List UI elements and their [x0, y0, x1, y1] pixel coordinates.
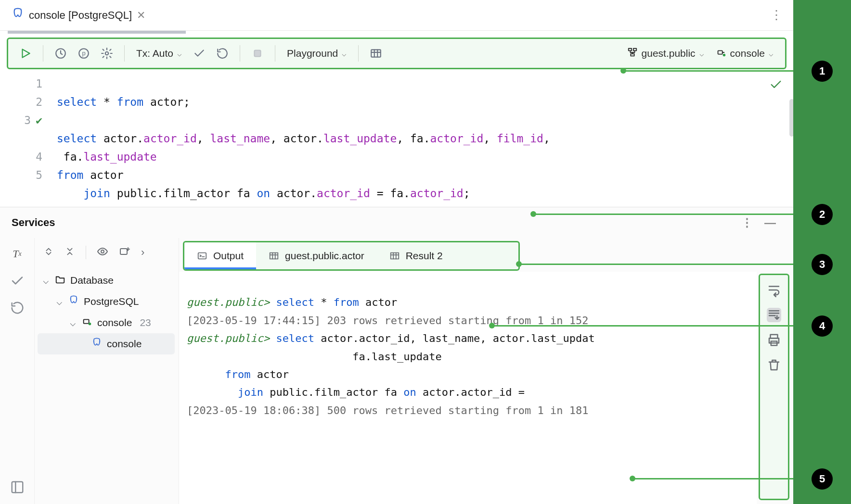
svg-point-11: [722, 53, 725, 56]
callout-rail: 1 2 3 4 5: [793, 0, 851, 504]
tab-label: Output: [213, 250, 244, 262]
services-panel: Services ⋮ — Tx ›: [0, 207, 793, 504]
chevron-down-icon: ⌵: [177, 49, 182, 58]
stop-icon[interactable]: [247, 43, 268, 64]
services-header: Services ⋮ —: [0, 207, 793, 238]
settings-icon[interactable]: [96, 43, 117, 64]
playground-label: Playground: [287, 48, 338, 59]
tab-label: guest.public.actor: [285, 250, 364, 262]
explain-plan-icon[interactable]: p: [73, 43, 94, 64]
svg-rect-15: [84, 319, 89, 323]
svg-rect-6: [372, 50, 381, 57]
check-icon: [769, 78, 783, 97]
editor-tab-title: console [PostgreSQL]: [29, 9, 132, 22]
svg-rect-10: [718, 50, 722, 54]
tree-count: 23: [140, 317, 151, 328]
editor-tab-console[interactable]: console [PostgreSQL] ✕: [6, 4, 151, 27]
editor-tabbar: console [PostgreSQL] ✕ ⋮: [0, 0, 793, 31]
postgres-icon: [91, 338, 102, 351]
expand-icon[interactable]: [43, 246, 54, 259]
callout-4: 4: [812, 315, 833, 337]
svg-marker-0: [23, 49, 30, 57]
postgres-icon: [68, 295, 79, 308]
tree-node-console[interactable]: console: [38, 333, 175, 354]
scroll-to-end-icon[interactable]: [767, 308, 781, 322]
tree-toolbar: ›: [35, 238, 179, 267]
layout-icon[interactable]: [10, 480, 25, 494]
connector-3: [519, 264, 793, 265]
commit-icon[interactable]: [10, 274, 25, 288]
editor-gutter: 1 2 3✔ 4 5: [0, 72, 57, 207]
services-main: Output guest.public.actor Result 2 g: [179, 238, 793, 504]
eye-icon[interactable]: [97, 246, 108, 260]
callout-1: 1: [812, 61, 833, 82]
tab-result-1[interactable]: guest.public.actor: [256, 242, 377, 269]
tree-label: Database: [70, 275, 114, 286]
svg-rect-17: [198, 253, 206, 259]
tx-icon[interactable]: Tx: [10, 247, 25, 261]
svg-rect-14: [120, 249, 127, 254]
close-icon[interactable]: ✕: [137, 9, 145, 22]
run-button[interactable]: [15, 43, 36, 64]
rollback-icon[interactable]: [212, 43, 233, 64]
minimize-icon[interactable]: —: [759, 216, 782, 229]
tree-label: console: [107, 338, 142, 350]
connector-1: [623, 70, 793, 72]
chevron-down-icon: ⌵: [41, 275, 50, 286]
connector-4: [492, 325, 793, 327]
more-icon[interactable]: ⋮: [735, 216, 759, 229]
session-dropdown[interactable]: console ⌵: [711, 47, 778, 60]
folder-icon: [55, 274, 65, 287]
svg-point-4: [105, 52, 109, 55]
svg-point-13: [101, 250, 104, 253]
print-icon[interactable]: [767, 333, 781, 347]
chevron-down-icon: ⌵: [68, 317, 77, 328]
chevron-down-icon: ⌵: [55, 296, 64, 307]
output-console[interactable]: guest.public> select * from actor [2023-…: [179, 272, 757, 504]
services-title: Services: [12, 216, 55, 229]
svg-rect-5: [255, 50, 261, 57]
connector-2: [533, 214, 793, 215]
tree-node-console-group[interactable]: ⌵ console 23: [38, 312, 175, 333]
svg-point-16: [89, 322, 91, 325]
svg-rect-19: [390, 253, 399, 259]
result-tabs: Output guest.public.actor Result 2: [183, 241, 520, 271]
services-left-rail: Tx: [0, 238, 35, 504]
services-tree: › ⌵ Database ⌵ PostgreSQL ⌵: [35, 238, 179, 504]
new-session-icon[interactable]: [119, 246, 130, 260]
tab-more-icon[interactable]: ⋮: [765, 8, 787, 23]
schema-icon: [627, 47, 638, 60]
tree-label: PostgreSQL: [84, 296, 139, 307]
callout-3: 3: [812, 254, 833, 275]
output-right-toolbar: [759, 274, 789, 500]
playground-dropdown[interactable]: Playground ⌵: [282, 48, 351, 59]
tab-label: Result 2: [406, 250, 443, 262]
svg-text:p: p: [82, 50, 85, 57]
chevron-right-icon[interactable]: ›: [141, 246, 144, 259]
soft-wrap-icon[interactable]: [767, 283, 781, 297]
session-icon: [716, 47, 726, 60]
tab-output[interactable]: Output: [184, 242, 256, 269]
editor-code[interactable]: select * from actor; select actor.actor_…: [57, 72, 793, 207]
tree-node-postgresql[interactable]: ⌵ PostgreSQL: [38, 291, 175, 312]
svg-rect-18: [270, 253, 278, 259]
tree-label: console: [97, 317, 132, 328]
tab-result-2[interactable]: Result 2: [377, 242, 455, 269]
tx-mode-dropdown[interactable]: Tx: Auto ⌵: [131, 48, 187, 59]
chevron-down-icon: ⌵: [342, 49, 347, 58]
chevron-down-icon: ⌵: [699, 49, 704, 58]
connector-5: [632, 478, 793, 479]
callout-2: 2: [812, 204, 833, 225]
schema-dropdown[interactable]: guest.public ⌵: [622, 47, 709, 60]
rollback-icon[interactable]: [10, 301, 25, 315]
tx-mode-label: Tx: Auto: [136, 48, 173, 59]
trash-icon[interactable]: [767, 358, 781, 372]
sql-editor[interactable]: 1 2 3✔ 4 5 select * from actor; select a…: [0, 72, 793, 207]
session-icon: [82, 316, 92, 329]
tree-node-database[interactable]: ⌵ Database: [38, 270, 175, 291]
schema-label: guest.public: [642, 48, 696, 59]
history-icon[interactable]: [50, 43, 71, 64]
commit-icon[interactable]: [189, 43, 210, 64]
svg-rect-12: [12, 482, 23, 493]
table-view-icon[interactable]: [365, 43, 387, 64]
